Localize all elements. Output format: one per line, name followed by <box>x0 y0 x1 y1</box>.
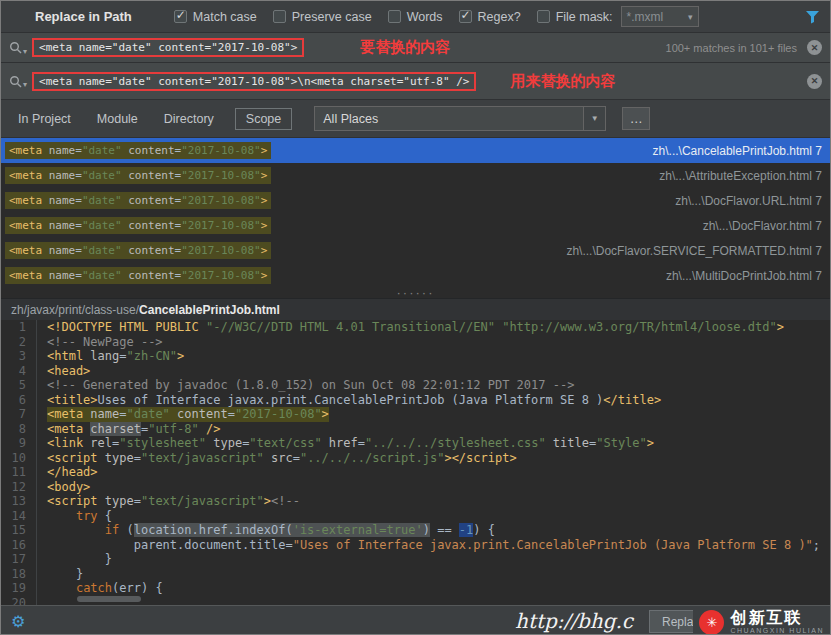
code-token <box>47 523 105 537</box>
code-text: <html lang="zh-CN"> <box>47 349 184 364</box>
code-token: <body> <box>47 480 90 494</box>
checkbox-icon <box>537 10 550 23</box>
option-regex[interactable]: Regex? <box>459 10 521 24</box>
brand-logo-icon: ✳ <box>699 610 724 635</box>
code-line[interactable]: 13<script type="text/javascript"><!-- <box>1 494 830 509</box>
code-token: ; <box>813 538 820 552</box>
replace-history-chevron-icon[interactable]: ▾ <box>23 80 27 89</box>
code-token: <meta <box>9 194 49 207</box>
horizontal-scrollbar[interactable] <box>77 596 141 602</box>
code-token <box>264 451 271 465</box>
result-row[interactable]: <meta name="date" content="2017-10-08">z… <box>1 238 830 263</box>
code-token: name <box>49 269 76 282</box>
settings-gear-icon[interactable]: ⚙ <box>11 612 25 631</box>
code-token: </title> <box>603 393 661 407</box>
clear-replace-icon[interactable]: ✕ <box>807 74 822 89</box>
code-token: > <box>264 494 271 508</box>
dialog-header: Replace in Path Match case Preserve case… <box>1 1 830 33</box>
code-line[interactable]: 1<!DOCTYPE HTML PUBLIC "-//W3C//DTD HTML… <box>1 320 830 335</box>
code-token: = <box>134 494 141 508</box>
scope-browse-button[interactable]: … <box>622 107 650 130</box>
line-number: 6 <box>1 393 37 408</box>
scope-mode-module[interactable]: Module <box>92 108 143 130</box>
code-text: parent.document.title="Uses of Interface… <box>47 538 820 553</box>
clear-search-icon[interactable]: ✕ <box>807 40 822 55</box>
code-token: "2017-10-08" <box>181 244 260 257</box>
replace-field-row[interactable]: ▾ <meta name="date" content="2017-10-08"… <box>1 63 830 100</box>
code-text: <meta name="date" content="2017-10-08"> <box>47 407 329 422</box>
code-token: "zh-CN" <box>127 349 178 363</box>
scope-mode-scope[interactable]: Scope <box>235 108 292 130</box>
code-token: "2017-10-08" <box>181 144 260 157</box>
code-token: > <box>261 219 268 232</box>
result-row[interactable]: <meta name="date" content="2017-10-08">z… <box>1 188 830 213</box>
line-number: 11 <box>1 465 37 480</box>
code-token: "date" <box>82 244 122 257</box>
watermark-brand: ✳ 创新互联 CHUANGXIN HULIAN <box>693 608 824 635</box>
code-line[interactable]: 16 parent.document.title="Uses of Interf… <box>1 538 830 553</box>
checkbox-icon <box>388 10 401 23</box>
replace-value[interactable]: <meta name="date" content="2017-10-08">\… <box>39 75 469 88</box>
option-preserve-case[interactable]: Preserve case <box>273 10 372 24</box>
code-token: ( <box>119 523 133 537</box>
code-token: content <box>128 219 174 232</box>
scope-mode-directory[interactable]: Directory <box>159 108 219 130</box>
code-line[interactable]: 5<!-- Generated by javadoc (1.8.0_152) o… <box>1 378 830 393</box>
file-mask-combo[interactable]: *.mxml ▾ <box>621 6 699 27</box>
code-line[interactable]: 8<meta charset="utf-8" /> <box>1 422 830 437</box>
code-token: = <box>119 349 126 363</box>
filter-icon[interactable] <box>805 10 820 24</box>
splitter-handle[interactable]: ······ <box>1 288 830 298</box>
code-token: <head> <box>47 364 90 378</box>
code-text: <!DOCTYPE HTML PUBLIC "-//W3C//DTD HTML … <box>47 320 784 335</box>
line-number: 2 <box>1 335 37 350</box>
code-token: content <box>128 244 174 257</box>
option-words[interactable]: Words <box>388 10 443 24</box>
code-token: <meta <box>47 407 90 421</box>
code-line[interactable]: 17 } <box>1 552 830 567</box>
breadcrumb-file[interactable]: CancelablePrintJob.html <box>139 303 280 317</box>
code-preview-editor[interactable]: 1<!DOCTYPE HTML PUBLIC "-//W3C//DTD HTML… <box>1 320 830 605</box>
code-line[interactable]: 11</head> <box>1 465 830 480</box>
chevron-down-icon[interactable]: ▼ <box>583 107 605 130</box>
code-line[interactable]: 15 if (location.href.indexOf('is-externa… <box>1 523 830 538</box>
code-token: 'is-external=true' <box>293 523 423 537</box>
search-field-row[interactable]: ▾ <meta name="date" content="2017-10-08"… <box>1 33 830 63</box>
code-token: "http://www.w3.org/TR/html4/loose.dtd" <box>502 320 777 334</box>
code-line[interactable]: 3<html lang="zh-CN"> <box>1 349 830 364</box>
code-line[interactable]: 4<head> <box>1 364 830 379</box>
code-line[interactable]: 18 } <box>1 567 830 582</box>
result-row[interactable]: <meta name="date" content="2017-10-08">z… <box>1 213 830 238</box>
code-token: "Style" <box>596 436 647 450</box>
code-token: = <box>75 144 82 157</box>
code-line[interactable]: 7<meta name="date" content="2017-10-08"> <box>1 407 830 422</box>
line-number: 9 <box>1 436 37 451</box>
chevron-down-icon: ▾ <box>688 12 693 22</box>
match-text: <meta name="date" content="2017-10-08"> <box>5 217 271 234</box>
code-line[interactable]: 2<!-- NewPage --> <box>1 335 830 350</box>
code-line[interactable]: 19 catch(err) { <box>1 581 830 596</box>
replace-in-path-dialog: Replace in Path Match case Preserve case… <box>0 0 831 635</box>
code-line[interactable]: 12<body> <box>1 480 830 495</box>
code-line[interactable]: 14 try { <box>1 509 830 524</box>
code-text: </head> <box>47 465 98 480</box>
option-file-mask[interactable]: File mask: <box>537 10 613 24</box>
file-mask-value: *.mxml <box>627 10 664 24</box>
brand-name: 创新互联 <box>730 610 824 627</box>
code-token: = <box>228 407 235 421</box>
option-match-case[interactable]: Match case <box>174 10 257 24</box>
code-token: lang <box>90 349 119 363</box>
scope-select[interactable]: All Places ▼ <box>314 106 606 131</box>
code-text: <!-- NewPage --> <box>47 335 163 350</box>
dialog-title: Replace in Path <box>35 9 132 24</box>
code-line[interactable]: 6<title>Uses of Interface javax.print.Ca… <box>1 393 830 408</box>
code-text: <!-- Generated by javadoc (1.8.0_152) on… <box>47 378 574 393</box>
scope-mode-in-project[interactable]: In Project <box>13 108 76 130</box>
code-line[interactable]: 10<script type="text/javascript" src="..… <box>1 451 830 466</box>
breadcrumb-path[interactable]: zh/javax/print/class-use/ <box>11 303 139 317</box>
result-row[interactable]: <meta name="date" content="2017-10-08">z… <box>1 163 830 188</box>
result-row[interactable]: <meta name="date" content="2017-10-08">z… <box>1 138 830 163</box>
search-query[interactable]: <meta name="date" content="2017-10-08"> <box>39 41 297 54</box>
code-line[interactable]: 9<link rel="stylesheet" type="text/css" … <box>1 436 830 451</box>
search-history-chevron-icon[interactable]: ▾ <box>23 47 27 56</box>
